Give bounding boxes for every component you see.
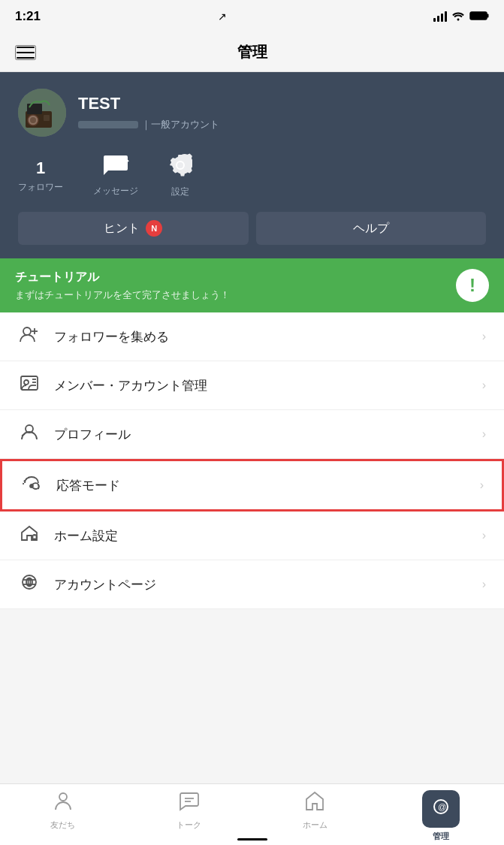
tab-talk[interactable]: トーク [126,790,252,831]
svg-rect-0 [470,12,487,20]
menu-label-response: 応答モード [56,477,120,494]
message-stat[interactable]: メッセージ [93,154,138,198]
tutorial-alert-icon: ! [456,269,489,302]
help-label: ヘルプ [353,221,389,237]
hint-help-row: ヒント N ヘルプ [18,212,486,245]
main-content: TEST ｜一般アカウント 1 フォロワー [0,72,504,783]
tab-bar: 友だち トーク ホーム @ 管理 [0,783,504,845]
followers-label: フォロワー [18,181,63,194]
hamburger-button[interactable] [15,45,36,60]
followers-stat[interactable]: 1 フォロワー [18,158,63,194]
hint-label: ヒント [104,221,140,237]
wifi-icon [451,11,465,23]
tab-friends[interactable]: 友だち [0,790,126,831]
manage-tab-box: @ [422,790,460,828]
home-tab-label: ホーム [303,819,327,831]
menu-label-member: メンバー・アカウント管理 [54,377,207,394]
arrow-icon-profile: › [482,427,486,441]
account-page-icon [18,574,41,595]
avatar [18,89,66,137]
status-icons [433,11,489,23]
menu-label-home-settings: ホーム設定 [54,527,118,545]
profile-name: TEST [78,94,486,113]
svg-point-12 [24,380,29,385]
account-type: ｜一般アカウント [141,118,219,131]
tab-manage[interactable]: @ 管理 [378,790,504,842]
arrow-icon-followers: › [482,330,486,343]
talk-tab-icon [179,790,200,816]
signal-icon [433,11,447,22]
home-tab-icon [304,790,325,816]
tutorial-subtitle: まずはチュートリアルを全て完了させましょう！ [15,288,456,302]
battery-icon [469,11,489,23]
hamburger-line-1 [17,47,35,48]
hamburger-line-3 [17,57,35,59]
status-arrow: ↗ [218,11,227,23]
svg-text:@: @ [438,802,446,811]
svg-point-18 [30,484,33,487]
svg-line-17 [22,434,25,436]
tutorial-text: チュートリアル まずはチュートリアルを全て完了させましょう！ [15,270,456,302]
tutorial-title: チュートリアル [15,270,456,285]
status-time: 1:21 [15,9,41,24]
settings-label: 設定 [171,186,189,198]
menu-item-profile[interactable]: プロフィール › [0,410,504,459]
followers-count: 1 [36,158,45,178]
menu-item-member[interactable]: メンバー・アカウント管理 › [0,361,504,410]
message-icon [102,154,129,182]
svg-point-6 [30,117,36,123]
new-badge: N [146,220,162,237]
arrow-icon-member: › [482,379,486,392]
home-settings-icon [18,525,41,546]
home-indicator [237,838,267,840]
arrow-icon-response: › [480,478,484,492]
hint-button[interactable]: ヒント N [18,212,249,245]
nav-bar: 管理 [0,33,504,72]
hamburger-line-2 [17,52,35,53]
tutorial-banner[interactable]: チュートリアル まずはチュートリアルを全て完了させましょう！ ! [0,258,504,312]
menu-item-followers[interactable]: フォロワーを集める › [0,312,504,361]
profile-icon [18,424,41,445]
svg-rect-1 [487,14,489,17]
talk-tab-label: トーク [177,819,201,831]
profile-info: TEST ｜一般アカウント [78,94,486,131]
manage-tab-label: 管理 [433,831,449,842]
svg-point-24 [23,575,36,589]
svg-rect-4 [27,104,42,114]
menu-list: フォロワーを集める › メンバー・アカウント管理 › [0,312,504,609]
menu-label-account-page: アカウントページ [54,576,156,593]
profile-row: TEST ｜一般アカウント [18,89,486,137]
svg-point-27 [59,793,67,801]
settings-stat[interactable]: 設定 [168,153,192,198]
status-bar: 1:21 ↗ [0,0,504,33]
menu-label-profile: プロフィール [54,426,131,443]
response-mode-icon [20,475,43,496]
menu-item-response-mode[interactable]: 応答モード › [0,459,504,512]
tab-home[interactable]: ホーム [252,790,379,831]
menu-item-account-page[interactable]: アカウントページ › [0,560,504,609]
avatar-image [18,89,66,137]
friends-tab-label: 友だち [50,819,75,831]
friends-tab-icon [53,790,74,816]
stats-row: 1 フォロワー メッセージ [18,153,486,198]
profile-header: TEST ｜一般アカウント 1 フォロワー [0,72,504,258]
profile-subtitle: ｜一般アカウント [78,118,486,131]
help-button[interactable]: ヘルプ [256,212,487,245]
menu-item-home-settings[interactable]: ホーム設定 › [0,512,504,560]
page-title: 管理 [237,42,267,62]
arrow-icon-account-page: › [482,578,486,591]
message-label: メッセージ [93,185,138,198]
menu-label-followers: フォロワーを集める [54,328,169,346]
profile-id-blur [78,121,138,128]
settings-gear-icon [168,153,192,183]
member-icon [18,375,41,396]
arrow-icon-home-settings: › [482,529,486,542]
add-follower-icon [18,326,41,347]
svg-rect-7 [44,115,50,121]
manage-tab-icon: @ [432,798,450,820]
svg-point-8 [23,327,31,335]
